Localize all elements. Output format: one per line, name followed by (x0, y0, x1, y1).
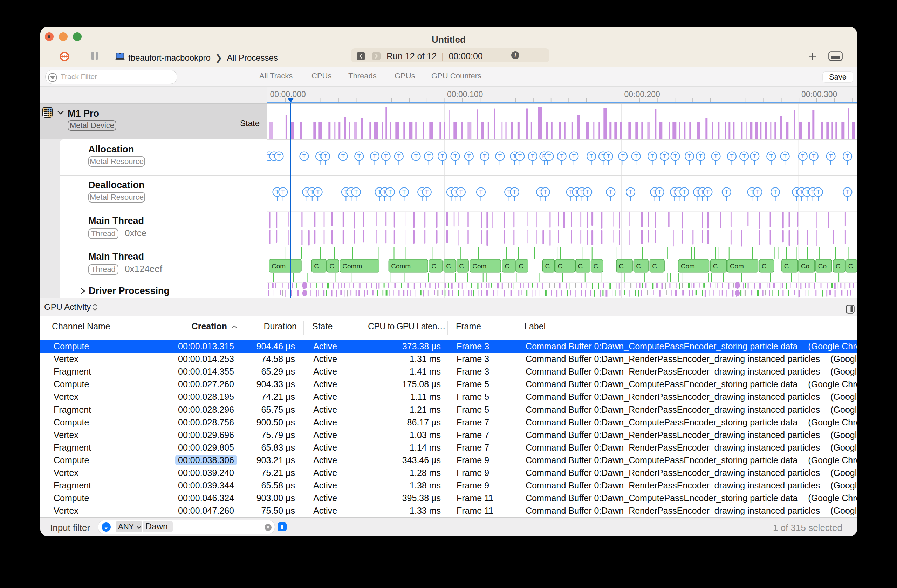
svg-text:C…: C… (636, 262, 647, 270)
svg-text:C…: C… (762, 262, 773, 270)
svg-text:C…: C… (519, 262, 530, 270)
svg-text:T: T (629, 189, 632, 196)
svg-text:T: T (518, 153, 522, 160)
svg-text:Co…: Co… (801, 262, 816, 270)
svg-text:C…: C… (314, 262, 326, 270)
svg-text:T: T (531, 153, 534, 160)
svg-text:T: T (513, 189, 516, 196)
svg-text:T: T (683, 189, 686, 196)
svg-text:T: T (323, 153, 327, 160)
svg-text:T: T (816, 189, 820, 196)
svg-text:C…: C… (505, 262, 516, 270)
svg-text:C…: C… (784, 262, 796, 270)
svg-text:T: T (634, 153, 638, 160)
svg-text:C…: C… (545, 262, 557, 270)
svg-text:T: T (453, 153, 457, 160)
svg-text:T: T (699, 153, 702, 160)
svg-text:T: T (498, 153, 502, 160)
svg-text:C…: C… (446, 262, 458, 270)
svg-text:Co…: Co… (818, 262, 833, 270)
svg-text:T: T (590, 153, 593, 160)
svg-text:T: T (441, 153, 444, 160)
svg-text:T: T (651, 153, 654, 160)
svg-text:T: T (425, 189, 429, 196)
svg-text:T: T (402, 189, 406, 196)
svg-text:C…: C… (848, 262, 857, 270)
svg-text:C…: C… (652, 262, 664, 270)
svg-text:T: T (621, 153, 625, 160)
svg-text:C…: C… (713, 262, 725, 270)
svg-text:T: T (373, 153, 376, 160)
svg-text:T: T (753, 153, 756, 160)
svg-text:T: T (388, 189, 392, 196)
svg-text:T: T (459, 189, 462, 196)
svg-text:Com…: Com… (272, 262, 292, 270)
svg-text:00:00.200: 00:00.200 (625, 90, 660, 99)
svg-text:T: T (572, 153, 576, 160)
svg-text:T: T (812, 153, 815, 160)
svg-text:Comm…: Comm… (342, 262, 369, 270)
svg-text:T: T (730, 153, 733, 160)
svg-text:Com…: Com… (472, 262, 493, 270)
svg-text:T: T (302, 153, 306, 160)
svg-text:T: T (687, 153, 691, 160)
svg-text:T: T (845, 153, 849, 160)
svg-text:C…: C… (578, 262, 590, 270)
svg-text:T: T (354, 189, 358, 196)
svg-text:00:00.100: 00:00.100 (447, 90, 483, 99)
svg-text:T: T (341, 153, 345, 160)
svg-text:T: T (560, 153, 563, 160)
svg-text:Com…: Com… (730, 262, 750, 270)
svg-text:T: T (316, 189, 320, 196)
svg-text:T: T (427, 153, 430, 160)
svg-text:00:00.300: 00:00.300 (801, 90, 837, 99)
svg-text:T: T (658, 189, 661, 196)
svg-text:00:00.000: 00:00.000 (270, 90, 306, 99)
svg-text:T: T (829, 153, 833, 160)
svg-text:Comm…: Comm… (391, 262, 417, 270)
svg-text:T: T (384, 153, 387, 160)
svg-text:C…: C… (431, 262, 443, 270)
svg-text:T: T (663, 153, 666, 160)
svg-text:T: T (846, 189, 850, 196)
svg-text:T: T (483, 153, 486, 160)
svg-text:T: T (706, 189, 710, 196)
svg-text:C…: C… (619, 262, 631, 270)
svg-text:T: T (773, 189, 777, 196)
svg-text:C…: C… (329, 262, 341, 270)
svg-text:T: T (543, 189, 547, 196)
svg-text:T: T (770, 153, 773, 160)
svg-text:C…: C… (836, 262, 847, 270)
svg-text:T: T (606, 153, 610, 160)
svg-text:T: T (725, 189, 728, 196)
svg-text:C…: C… (558, 262, 569, 270)
svg-text:T: T (479, 189, 482, 196)
svg-text:T: T (756, 189, 759, 196)
svg-text:T: T (609, 189, 612, 196)
svg-text:T: T (397, 153, 401, 160)
svg-text:T: T (714, 153, 718, 160)
svg-text:Com…: Com… (681, 262, 701, 270)
svg-text:T: T (801, 153, 805, 160)
svg-text:T: T (783, 153, 787, 160)
svg-text:C…: C… (594, 262, 605, 270)
svg-text:T: T (277, 153, 281, 160)
svg-text:T: T (467, 153, 471, 160)
svg-text:T: T (282, 189, 285, 196)
svg-text:T: T (547, 153, 551, 160)
svg-text:T: T (742, 153, 746, 160)
svg-text:T: T (357, 153, 361, 160)
svg-text:T: T (414, 153, 418, 160)
svg-text:T: T (674, 153, 677, 160)
svg-text:C…: C… (459, 262, 471, 270)
svg-text:T: T (586, 189, 589, 196)
